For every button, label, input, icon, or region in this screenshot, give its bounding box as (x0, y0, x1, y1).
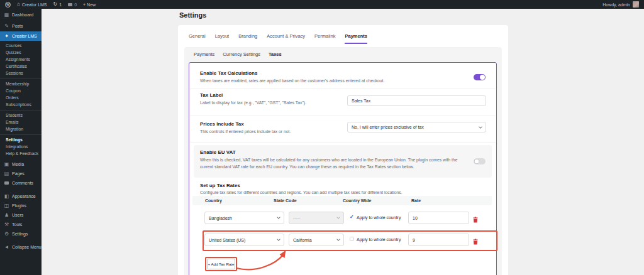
section-divider (190, 116, 496, 116)
submenu-item-sessions[interactable]: Sessions (0, 70, 42, 77)
tab-layout[interactable]: Layout (215, 33, 230, 44)
comments-link[interactable]: 0 (68, 3, 77, 7)
updates-link[interactable]: ↻ 1 (53, 2, 62, 7)
posts-icon: ✎ (4, 23, 9, 29)
submenu-item-settings[interactable]: Settings (0, 136, 42, 143)
admin-sidebar: ▦ Dashboard ✎ Posts ✦ Creator LMS Course… (0, 9, 42, 275)
subtab-taxes[interactable]: Taxes (269, 51, 282, 57)
submenu-item-courses[interactable]: Courses (0, 42, 42, 49)
add-tax-rate-button[interactable]: + Add Tax Rate (207, 259, 235, 269)
column-state-code: State Code (274, 198, 297, 203)
comments-icon (4, 180, 9, 186)
submenu-divider (0, 134, 42, 135)
country-select[interactable]: Bangladesh (204, 212, 284, 224)
comments-count: 0 (74, 3, 77, 7)
eu-vat-toggle[interactable] (474, 158, 486, 164)
chevron-down-icon (277, 237, 280, 241)
new-label: + New (83, 3, 96, 7)
settings-icon: ⚙ (4, 231, 9, 237)
dashboard-icon: ▦ (4, 12, 9, 18)
home-icon: ⌂ (17, 2, 20, 7)
rate-input[interactable] (408, 234, 469, 246)
plugins-icon: ◫ (4, 203, 9, 208)
section-divider (190, 89, 496, 89)
new-content-menu[interactable]: + New (83, 3, 96, 7)
tab-general[interactable]: General (189, 33, 206, 44)
delete-row-icon[interactable] (473, 236, 478, 247)
eu-vat-title: Enable EU VAT (200, 149, 236, 155)
chevron-down-icon (479, 125, 482, 129)
sidebar-item-appearance[interactable]: ◧ Appearance (0, 191, 42, 201)
tax-rates-description: Configure tax rates for different countr… (200, 190, 402, 197)
tab-permalink[interactable]: Permalink (314, 33, 335, 44)
submenu-item-help-feedback[interactable]: Help & Feedback (0, 150, 42, 157)
eu-vat-description: When this is checked, VAT taxes will be … (200, 157, 469, 170)
sidebar-item-posts[interactable]: ✎ Posts (0, 20, 42, 31)
submenu-item-assignments[interactable]: Assignments (0, 56, 42, 63)
submenu-item-migration[interactable]: Migration (0, 126, 42, 132)
media-icon: ▣ (4, 161, 9, 167)
tax-label-input[interactable] (347, 95, 486, 106)
avatar[interactable] (633, 1, 639, 8)
enable-tax-toggle[interactable] (474, 74, 486, 80)
sidebar-item-tools[interactable]: ⚒ Tools (0, 220, 42, 229)
submenu-item-membership[interactable]: Membership (0, 80, 42, 87)
tab-branding[interactable]: Branding (238, 33, 257, 44)
chevron-down-icon (336, 237, 340, 241)
sidebar-item-pages[interactable]: ▤ Pages (0, 169, 42, 178)
collapse-menu-button[interactable]: ◄ Collapse Menu (0, 242, 42, 252)
tab-payments[interactable]: Payments (345, 33, 367, 44)
submenu-item-students[interactable]: Students (0, 112, 42, 119)
state-code-select: ----- (289, 212, 344, 224)
tools-icon: ⚒ (4, 222, 9, 227)
sidebar-item-dashboard[interactable]: ▦ Dashboard (0, 9, 42, 20)
tab-account-privacy[interactable]: Account & Privacy (267, 33, 305, 44)
country-wide-checkbox-checked[interactable]: ✓ (350, 214, 354, 220)
prices-include-tax-description: This controls if entered prices include … (200, 129, 291, 136)
country-wide-checkbox-unchecked[interactable] (350, 237, 354, 241)
page-title: Settings (179, 11, 206, 19)
submenu-item-orders[interactable]: Orders (0, 94, 42, 101)
comments-icon (68, 3, 72, 6)
submenu-item-integrations[interactable]: Integrations (0, 143, 42, 150)
chevron-down-icon (277, 215, 280, 219)
pages-icon: ▤ (4, 171, 9, 176)
submenu-item-certificates[interactable]: Certificates (0, 63, 42, 70)
tax-rates-title: Set up Tax Rates (200, 183, 240, 188)
howdy-text[interactable]: Howdy, admin (602, 3, 630, 7)
tax-label-description: Label to display for tax (e.g., "VAT", "… (200, 100, 306, 107)
sidebar-item-plugins[interactable]: ◫ Plugins (0, 201, 42, 210)
wordpress-logo-icon[interactable]: W (5, 2, 11, 8)
subtab-payments[interactable]: Payments (194, 51, 214, 57)
country-wide-label: Apply to whole country (357, 237, 401, 242)
admin-bar: W ⌂ Creator LMS ↻ 1 0 + New Howdy, admin (0, 0, 644, 9)
state-code-select[interactable]: California (289, 234, 344, 246)
site-name-link[interactable]: ⌂ Creator LMS (17, 2, 47, 7)
subtab-currency-settings[interactable]: Currency Settings (223, 51, 260, 57)
column-rate: Rate (411, 198, 421, 203)
sidebar-item-users[interactable]: ♟ Users (0, 210, 42, 220)
submenu-item-coupon[interactable]: Coupon (0, 87, 42, 94)
submenu-item-quizzes[interactable]: Quizzes (0, 49, 42, 56)
creator-lms-icon: ✦ (4, 33, 9, 39)
creator-lms-submenu: Courses Quizzes Assignments Certificates… (0, 41, 42, 159)
sidebar-item-media[interactable]: ▣ Media (0, 159, 42, 169)
prices-include-tax-title: Prices Include Tax (200, 121, 244, 127)
updates-count: 1 (59, 3, 62, 7)
rate-input[interactable] (408, 212, 469, 224)
submenu-item-subscriptions[interactable]: Subscriptions (0, 101, 42, 108)
sidebar-item-settings[interactable]: ⚙ Settings (0, 229, 42, 239)
sidebar-item-comments[interactable]: Comments (0, 178, 42, 188)
settings-tab-bar: General Layout Branding Account & Privac… (189, 33, 367, 44)
enable-tax-description: When taxes are enabled, rates are applie… (200, 78, 384, 85)
sidebar-item-creator-lms[interactable]: ✦ Creator LMS (0, 31, 42, 41)
appearance-icon: ◧ (4, 193, 9, 199)
submenu-item-emails[interactable]: Emails (0, 119, 42, 126)
prices-include-tax-select[interactable]: No, I will enter prices exclusive of tax (347, 122, 486, 132)
tax-label-title: Tax Label (200, 92, 223, 98)
collapse-icon: ◄ (4, 244, 9, 250)
chevron-down-icon (336, 215, 340, 219)
delete-row-icon[interactable] (473, 214, 478, 225)
country-select[interactable]: United States (US) (204, 234, 284, 246)
users-icon: ♟ (4, 212, 9, 218)
